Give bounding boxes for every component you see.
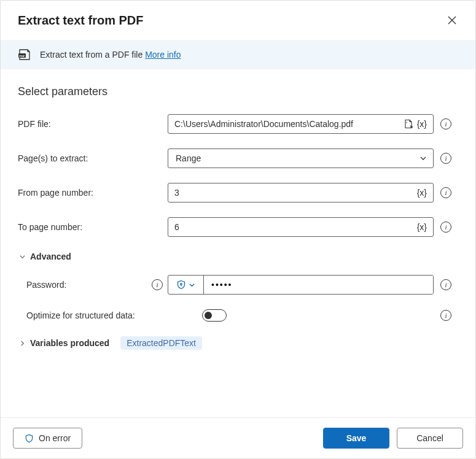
label-pages-to-extract: Page(s) to extract: — [18, 153, 168, 163]
svg-point-2 — [181, 284, 182, 285]
info-text: Extract text from a PDF file — [40, 50, 142, 60]
variable-picker-icon[interactable]: {x} — [416, 119, 428, 129]
info-icon[interactable]: i — [440, 118, 451, 129]
to-page-input[interactable] — [174, 222, 413, 232]
cancel-button[interactable]: Cancel — [397, 428, 463, 449]
label-optimize: Optimize for structured data: — [26, 310, 202, 320]
info-icon[interactable]: i — [440, 310, 451, 321]
dialog-header: Extract text from PDF — [1, 1, 475, 40]
svg-text:PDF: PDF — [19, 55, 25, 58]
advanced-expander[interactable]: Advanced — [18, 252, 458, 261]
pages-to-extract-select[interactable]: Range — [168, 148, 434, 168]
from-page-input[interactable] — [174, 188, 413, 198]
info-icon[interactable]: i — [152, 279, 163, 290]
row-pdf-file: PDF file: {x} i — [18, 114, 458, 134]
more-info-link[interactable]: More info — [145, 50, 181, 60]
shield-outline-icon — [25, 434, 34, 443]
shield-icon — [176, 280, 186, 290]
pdf-icon: PDF — [18, 48, 31, 61]
label-pdf-file: PDF file: — [18, 119, 168, 129]
row-from-page: From page number: {x} i — [18, 183, 458, 202]
dialog-footer: On error Save Cancel — [1, 417, 475, 458]
chevron-right-icon — [18, 339, 26, 347]
close-icon — [448, 16, 456, 25]
chevron-down-icon — [18, 252, 26, 261]
dialog-title: Extract text from PDF — [18, 14, 144, 28]
pdf-file-input-wrap[interactable]: {x} — [168, 114, 434, 134]
pdf-file-input[interactable] — [174, 119, 401, 129]
info-banner: PDF Extract text from a PDF file More in… — [1, 40, 475, 69]
row-password: Password: i i — [26, 275, 458, 295]
label-from-page: From page number: — [18, 188, 168, 198]
password-input[interactable] — [204, 276, 433, 294]
variable-picker-icon[interactable]: {x} — [416, 188, 428, 198]
to-page-input-wrap[interactable]: {x} — [168, 217, 434, 237]
save-button[interactable]: Save — [323, 428, 389, 449]
row-pages-to-extract: Page(s) to extract: Range i — [18, 148, 458, 168]
variable-picker-icon[interactable]: {x} — [416, 222, 428, 232]
optimize-toggle[interactable] — [202, 309, 227, 322]
from-page-input-wrap[interactable]: {x} — [168, 183, 434, 202]
chevron-down-icon — [189, 282, 195, 288]
on-error-button[interactable]: On error — [13, 428, 82, 449]
section-title: Select parameters — [18, 85, 458, 98]
variables-expander[interactable]: Variables produced ExtractedPDFText — [18, 336, 458, 350]
label-to-page: To page number: — [18, 222, 168, 232]
label-password: Password: — [26, 280, 147, 290]
row-optimize: Optimize for structured data: i — [26, 309, 458, 322]
on-error-label: On error — [39, 433, 71, 443]
password-mode-selector[interactable] — [168, 276, 204, 294]
password-field — [168, 275, 434, 295]
row-to-page: To page number: {x} i — [18, 217, 458, 237]
info-icon[interactable]: i — [440, 222, 451, 233]
info-icon[interactable]: i — [440, 279, 451, 290]
chevron-down-icon — [419, 155, 427, 162]
variables-label: Variables produced — [30, 338, 109, 348]
file-picker-icon[interactable] — [404, 119, 413, 129]
variable-badge[interactable]: ExtractedPDFText — [120, 336, 202, 350]
advanced-label: Advanced — [30, 252, 71, 261]
pages-to-extract-value: Range — [176, 153, 201, 163]
info-icon[interactable]: i — [440, 187, 451, 198]
info-icon[interactable]: i — [440, 153, 451, 164]
toggle-knob — [205, 312, 212, 319]
close-button[interactable] — [443, 12, 461, 29]
dialog-body: Select parameters PDF file: {x} i Page(s… — [1, 69, 475, 417]
